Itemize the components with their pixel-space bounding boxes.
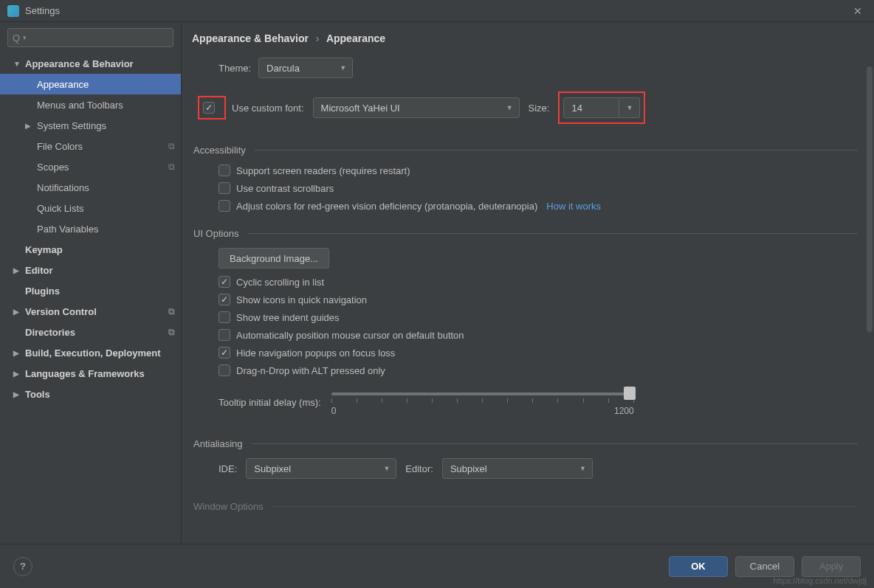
chevron-right-icon: ▶ (13, 308, 22, 316)
close-icon[interactable]: ✕ (849, 4, 867, 18)
cyclic-scrolling-checkbox[interactable] (218, 276, 230, 288)
font-size-dropdown-button[interactable]: ▼ (619, 97, 640, 118)
chevron-right-icon: ▶ (25, 122, 34, 130)
chevron-down-icon: ▼ (626, 104, 633, 111)
tree-indent-checkbox[interactable] (218, 311, 230, 323)
chevron-down-icon: ▼ (579, 465, 586, 472)
screen-readers-checkbox[interactable] (218, 165, 230, 176)
slider-max: 1200 (614, 406, 634, 416)
show-icons-checkbox[interactable] (218, 294, 230, 305)
tree-languages-frameworks[interactable]: ▶ Languages & Frameworks (0, 363, 181, 384)
search-caret-icon: ▾ (23, 34, 27, 41)
color-deficiency-label: Adjust colors for red-green vision defic… (236, 201, 537, 212)
contrast-scrollbars-checkbox[interactable] (218, 182, 230, 194)
search-input[interactable]: Q ▾ (7, 28, 173, 47)
antialiasing-title: Antialiasing (193, 438, 243, 449)
divider (252, 443, 858, 444)
tree-system-settings[interactable]: ▶ System Settings (0, 115, 181, 136)
tree-plugins[interactable]: Plugins (0, 280, 181, 301)
watermark-text: https://blog.csdn.net/dwjdj (773, 576, 867, 585)
tree-build-execution[interactable]: ▶ Build, Execution, Deployment (0, 342, 181, 363)
chevron-down-icon: ▼ (13, 60, 22, 68)
editor-aa-label: Editor: (405, 463, 433, 474)
ui-options-title: UI Options (193, 228, 238, 239)
window-title: Settings (25, 5, 849, 16)
chevron-right-icon: ▶ (13, 349, 22, 357)
chevron-right-icon: ▶ (13, 370, 22, 378)
divider (255, 150, 858, 151)
font-size-input[interactable]: 14 (563, 97, 619, 118)
use-custom-font-checkbox[interactable] (203, 102, 215, 114)
auto-mouse-label: Automatically position mouse cursor on d… (236, 330, 464, 341)
tree-scopes[interactable]: Scopes ⧉ (0, 156, 181, 177)
settings-tree: ▼ Appearance & Behavior Appearance Menus… (0, 53, 181, 544)
breadcrumb-sep-icon: › (316, 32, 320, 44)
cancel-button[interactable]: Cancel (735, 556, 794, 577)
ide-aa-dropdown[interactable]: Subpixel ▼ (246, 458, 396, 479)
tree-menus-toolbars[interactable]: Menus and Toolbars (0, 94, 181, 115)
show-icons-label: Show icons in quick navigation (236, 294, 367, 305)
drag-alt-checkbox[interactable] (218, 364, 230, 376)
screen-readers-label: Support screen readers (requires restart… (236, 165, 410, 176)
copy-icon: ⧉ (168, 141, 175, 151)
breadcrumb: Appearance & Behavior › Appearance (182, 22, 874, 52)
chevron-down-icon: ▼ (383, 465, 390, 472)
tree-tools[interactable]: ▶ Tools (0, 384, 181, 404)
how-it-works-link[interactable]: How it works (546, 201, 601, 212)
tree-appearance[interactable]: Appearance (0, 74, 181, 94)
scrollbar[interactable] (867, 66, 873, 332)
tree-editor[interactable]: ▶ Editor (0, 260, 181, 280)
drag-alt-label: Drag-n-Drop with ALT pressed only (236, 365, 385, 376)
ide-aa-label: IDE: (218, 463, 237, 474)
tree-quick-lists[interactable]: Quick Lists (0, 198, 181, 218)
sidebar: Q ▾ ▼ Appearance & Behavior Appearance M… (0, 22, 182, 544)
hide-nav-label: Hide navigation popups on focus loss (236, 347, 395, 359)
size-label: Size: (529, 103, 550, 114)
tree-file-colors[interactable]: File Colors ⧉ (0, 136, 181, 156)
font-dropdown[interactable]: Microsoft YaHei UI ▼ (313, 97, 520, 118)
accessibility-title: Accessibility (193, 145, 246, 156)
tree-directories[interactable]: Directories ⧉ (0, 322, 181, 342)
tree-path-variables[interactable]: Path Variables (0, 218, 181, 239)
search-icon: Q (13, 32, 20, 44)
theme-label: Theme: (218, 63, 251, 74)
chevron-right-icon: ▶ (13, 266, 22, 274)
tooltip-delay-slider[interactable]: 0 1200 (331, 388, 634, 416)
divider (247, 233, 858, 234)
breadcrumb-root: Appearance & Behavior (192, 32, 309, 44)
tree-appearance-behavior[interactable]: ▼ Appearance & Behavior (0, 53, 181, 74)
hide-nav-checkbox[interactable] (218, 347, 230, 359)
app-icon (7, 5, 19, 17)
slider-min: 0 (331, 406, 337, 416)
chevron-right-icon: ▶ (13, 390, 22, 398)
chevron-down-icon: ▼ (506, 104, 513, 111)
auto-mouse-checkbox[interactable] (218, 329, 230, 341)
help-button[interactable]: ? (13, 557, 32, 576)
cyclic-scrolling-label: Cyclic scrolling in list (236, 277, 324, 288)
copy-icon: ⧉ (168, 306, 175, 317)
main-panel: Appearance & Behavior › Appearance Theme… (182, 22, 874, 544)
apply-button[interactable]: Apply (802, 556, 861, 577)
theme-dropdown[interactable]: Darcula ▼ (258, 58, 353, 78)
tooltip-delay-label: Tooltip initial delay (ms): (218, 388, 321, 408)
contrast-scrollbars-label: Use contrast scrollbars (236, 183, 334, 194)
highlight-box (198, 96, 226, 120)
chevron-down-icon: ▼ (340, 64, 346, 72)
highlight-box: 14 ▼ (558, 91, 645, 124)
use-custom-font-label: Use custom font: (232, 103, 304, 114)
divider (272, 506, 858, 507)
color-deficiency-checkbox[interactable] (218, 200, 230, 212)
ok-button[interactable]: OK (669, 556, 728, 577)
titlebar: Settings ✕ (0, 0, 874, 22)
tree-notifications[interactable]: Notifications (0, 177, 181, 198)
bottom-bar: ? OK Cancel Apply (0, 544, 874, 588)
tree-indent-label: Show tree indent guides (236, 312, 339, 323)
window-options-title: Window Options (193, 501, 264, 512)
tree-keymap[interactable]: Keymap (0, 239, 181, 260)
editor-aa-dropdown[interactable]: Subpixel ▼ (442, 458, 593, 479)
slider-thumb[interactable] (624, 387, 636, 400)
background-image-button[interactable]: Background Image... (218, 248, 329, 269)
breadcrumb-leaf: Appearance (326, 32, 385, 44)
tree-version-control[interactable]: ▶ Version Control ⧉ (0, 301, 181, 322)
copy-icon: ⧉ (168, 327, 175, 337)
